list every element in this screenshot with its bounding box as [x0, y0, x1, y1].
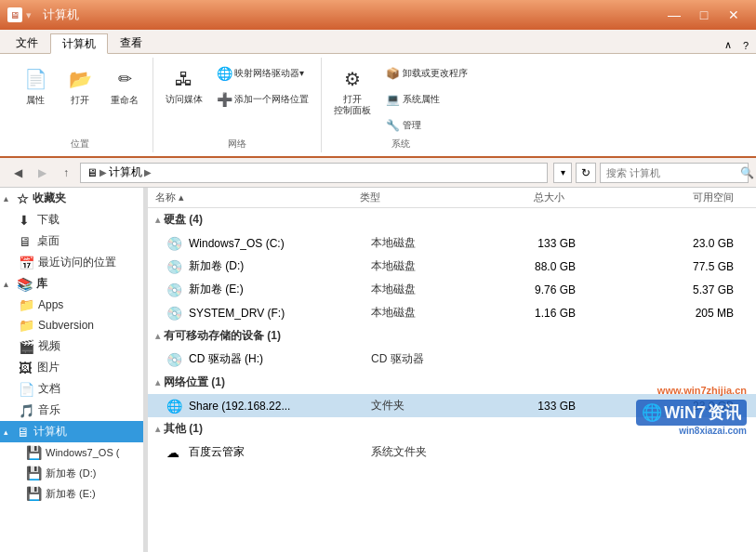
desktop-icon: 🖥 — [19, 234, 33, 249]
open-icon: 📂 — [65, 64, 95, 94]
ribbon-group-system: ⚙ 打开控制面板 📦 卸载或更改程序 💻 系统属性 🔧 管理 系统 — [322, 58, 480, 152]
address-dropdown[interactable]: ▾ — [553, 163, 572, 183]
music-icon: 🎵 — [19, 403, 34, 418]
ribbon-collapse: ∧ ? — [721, 37, 752, 53]
system-props-button[interactable]: 💻 系统属性 — [379, 87, 472, 112]
up-button[interactable]: ↑ — [56, 163, 76, 183]
tab-computer[interactable]: 计算机 — [50, 33, 108, 54]
access-media-button[interactable]: 🖧 访问媒体 — [161, 61, 207, 108]
network-expand-icon: ▴ — [155, 377, 160, 388]
address-path[interactable]: 🖥 ▶ 计算机 ▶ — [80, 163, 548, 183]
file-row-c-drive[interactable]: 💿 Windows7_OS (C:) 本地磁盘 133 GB 23.0 GB — [148, 231, 756, 255]
network-group-label: 网络 — [228, 138, 246, 152]
uninstall-button[interactable]: 📦 卸载或更改程序 — [379, 61, 472, 85]
path-separator: ▶ — [99, 167, 107, 177]
window-controls: — □ ✕ — [659, 0, 749, 30]
path-label: 计算机 — [109, 164, 142, 180]
control-panel-button[interactable]: ⚙ 打开控制面板 — [329, 61, 376, 119]
sidebar-item-desktop[interactable]: 🖥 桌面 — [0, 230, 143, 252]
minimize-button[interactable]: — — [659, 0, 689, 30]
file-row-baidu[interactable]: ☁ 百度云管家 系统文件夹 — [148, 440, 756, 464]
tab-file[interactable]: 文件 — [4, 33, 50, 53]
back-button[interactable]: ◀ — [7, 163, 28, 183]
access-media-icon: 🖧 — [169, 64, 199, 94]
sidebar-item-apps[interactable]: 📁 Apps — [0, 295, 143, 315]
col-name-header[interactable]: 名称 ▴ — [155, 191, 360, 204]
e-drive-file-icon: 💿 — [166, 283, 185, 297]
add-network-icon: ➕ — [216, 91, 232, 108]
tab-view[interactable]: 查看 — [108, 33, 154, 53]
library-header[interactable]: ▴ 📚 库 — [0, 273, 143, 295]
section-hard-drives: ▴ 硬盘 (4) — [148, 208, 756, 231]
baidu-file-icon: ☁ — [166, 445, 185, 460]
rename-button[interactable]: ✏ 重命名 — [104, 61, 145, 110]
file-row-f-drive[interactable]: 💿 SYSTEM_DRV (F:) 本地磁盘 1.16 GB 205 MB — [148, 301, 756, 324]
sidebar-item-recent[interactable]: 📅 最近访问的位置 — [0, 252, 143, 273]
c-drive-icon: 💾 — [26, 445, 42, 460]
quick-access: ▾ — [26, 9, 32, 21]
breadcrumb: 🖥 ▶ 计算机 ▶ — [86, 164, 152, 180]
file-row-cd-drive[interactable]: 💿 CD 驱动器 (H:) CD 驱动器 — [148, 348, 756, 371]
open-button[interactable]: 📂 打开 — [60, 61, 100, 110]
sidebar-sub-e-drive[interactable]: 💾 新加卷 (E:) — [0, 483, 143, 504]
sidebar: ▴ ☆ 收藏夹 ⬇ 下载 🖥 桌面 📅 最近访问的位置 ▴ 📚 库 — [0, 188, 144, 552]
hard-drives-expand-icon: ▴ — [155, 215, 160, 225]
sidebar-group-favorites: ▴ ☆ 收藏夹 ⬇ 下载 🖥 桌面 📅 最近访问的位置 — [0, 188, 143, 273]
removable-expand-icon: ▴ — [155, 331, 160, 341]
address-bar: ◀ ▶ ↑ 🖥 ▶ 计算机 ▶ ▾ ↻ 🔍 — [0, 158, 756, 188]
favorites-label: 收藏夹 — [33, 191, 66, 206]
documents-icon: 📄 — [19, 382, 34, 397]
section-other: ▴ 其他 (1) — [148, 417, 756, 440]
path-arrow: ▶ — [144, 167, 152, 177]
help-icon[interactable]: ? — [739, 38, 752, 53]
sidebar-sub-windows7os[interactable]: 💾 Windows7_OS ( — [0, 442, 143, 463]
system-props-icon: 💻 — [384, 91, 401, 108]
control-panel-icon: ⚙ — [338, 64, 367, 94]
properties-button[interactable]: 📄 属性 — [15, 61, 56, 110]
ribbon-tab-bar: 文件 计算机 查看 ∧ ? — [0, 30, 756, 54]
section-removable: ▴ 有可移动存储的设备 (1) — [148, 324, 756, 348]
col-size-header[interactable]: 总大小 — [471, 191, 564, 204]
properties-icon: 📄 — [20, 64, 50, 94]
collapse-icon[interactable]: ∧ — [721, 37, 736, 53]
sidebar-item-pictures[interactable]: 🖼 图片 — [0, 357, 143, 378]
file-row-share[interactable]: 🌐 Share (192.168.22... 文件夹 133 GB 23.0 G… — [148, 394, 756, 417]
col-free-header[interactable]: 可用空间 — [564, 191, 749, 204]
computer-expand-icon: ▴ — [4, 427, 13, 437]
title-bar-left: 🖥 ▾ 计算机 — [7, 7, 79, 23]
section-network: ▴ 网络位置 (1) — [148, 371, 756, 394]
ribbon-group-network: 🖧 访问媒体 🌐 映射网络驱动器▾ ➕ 添加一个网络位置 网络 — [153, 58, 322, 152]
favorites-header[interactable]: ▴ ☆ 收藏夹 — [0, 188, 143, 209]
add-network-button[interactable]: ➕ 添加一个网络位置 — [211, 87, 313, 112]
library-icon: 📚 — [17, 277, 33, 292]
map-drive-button[interactable]: 🌐 映射网络驱动器▾ — [211, 61, 313, 85]
other-expand-icon: ▴ — [155, 424, 160, 434]
path-icon: 🖥 — [86, 166, 98, 179]
search-input[interactable] — [601, 165, 740, 180]
file-row-e-drive[interactable]: 💿 新加卷 (E:) 本地磁盘 9.76 GB 5.37 GB — [148, 278, 756, 301]
location-buttons: 📄 属性 📂 打开 ✏ 重命名 — [15, 58, 145, 138]
subversion-icon: 📁 — [19, 318, 34, 333]
maximize-button[interactable]: □ — [689, 0, 719, 30]
app-icon: 🖥 — [7, 7, 22, 22]
sidebar-item-music[interactable]: 🎵 音乐 — [0, 400, 143, 421]
col-type-header[interactable]: 类型 — [360, 191, 471, 204]
close-button[interactable]: ✕ — [719, 0, 749, 30]
search-button[interactable]: 🔍 — [740, 163, 754, 183]
library-expand-icon: ▴ — [4, 280, 13, 289]
sidebar-item-videos[interactable]: 🎬 视频 — [0, 335, 143, 357]
sidebar-item-downloads[interactable]: ⬇ 下载 — [0, 209, 143, 230]
cd-drive-file-icon: 💿 — [166, 352, 185, 367]
search-box: 🔍 — [600, 163, 749, 183]
share-file-icon: 🌐 — [166, 399, 185, 414]
uninstall-icon: 📦 — [384, 65, 401, 82]
manage-button[interactable]: 🔧 管理 — [379, 113, 472, 138]
forward-button[interactable]: ▶ — [32, 163, 52, 183]
d-drive-icon: 💾 — [26, 466, 42, 480]
file-row-d-drive[interactable]: 💿 新加卷 (D:) 本地磁盘 88.0 GB 77.5 GB — [148, 255, 756, 278]
sidebar-item-subversion[interactable]: 📁 Subversion — [0, 315, 143, 335]
refresh-button[interactable]: ↻ — [576, 163, 596, 183]
sidebar-item-documents[interactable]: 📄 文档 — [0, 378, 143, 400]
sidebar-sub-d-drive[interactable]: 💾 新加卷 (D:) — [0, 463, 143, 483]
sidebar-item-computer[interactable]: ▴ 🖥 计算机 — [0, 421, 143, 442]
